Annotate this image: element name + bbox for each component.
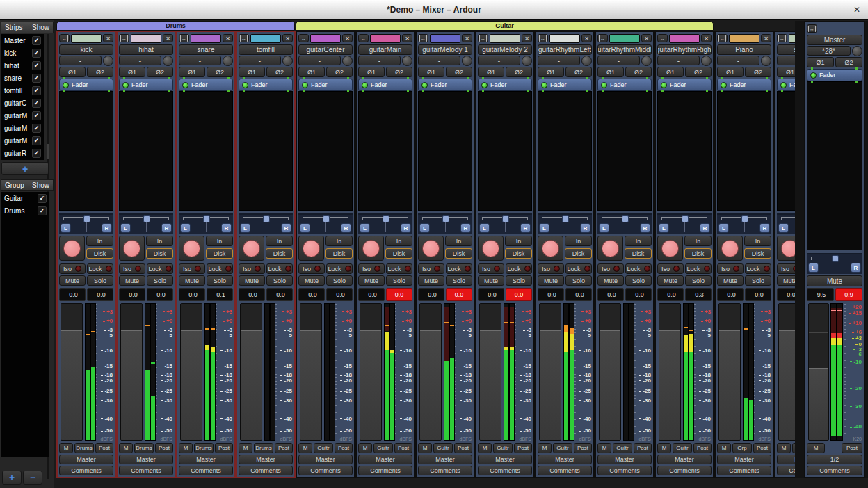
group-button[interactable]: Drums: [74, 443, 94, 453]
record-arm-button[interactable]: [657, 236, 683, 261]
group-button[interactable]: Drums: [134, 443, 154, 453]
trim-button[interactable]: -: [119, 56, 161, 65]
output-button[interactable]: Master: [478, 455, 532, 464]
strip-color-chip[interactable]: [729, 34, 760, 43]
window-close-icon[interactable]: ✕: [853, 5, 860, 15]
trim-knob[interactable]: [402, 56, 412, 66]
monitor-disk-button[interactable]: Disk: [445, 248, 472, 259]
visibility-checkbox[interactable]: ✓: [32, 74, 41, 83]
group-tab-guitar[interactable]: Guitar: [296, 21, 714, 31]
monitor-disk-button[interactable]: Disk: [146, 248, 173, 259]
strip-list-item[interactable]: guitarM✓: [1, 122, 44, 134]
monitor-section-button[interactable]: M: [358, 443, 372, 453]
monitor-input-button[interactable]: In: [505, 236, 532, 246]
monitor-input-button[interactable]: In: [385, 236, 412, 246]
phase2-button[interactable]: Ø2: [625, 67, 652, 77]
visibility-checkbox[interactable]: ✓: [32, 36, 41, 45]
trim-knob[interactable]: [462, 56, 472, 66]
monitor-disk-button[interactable]: Disk: [385, 248, 412, 259]
phase1-button[interactable]: Ø1: [119, 67, 145, 77]
gain-fader[interactable]: [659, 303, 681, 441]
gain-display[interactable]: -0.0: [597, 288, 624, 301]
processor-box[interactable]: [657, 91, 712, 211]
trim-button[interactable]: -: [358, 56, 401, 65]
trim-button[interactable]: -: [298, 56, 341, 65]
solo-lock-button[interactable]: Lock: [625, 263, 652, 274]
group-button[interactable]: Guitr: [673, 443, 692, 453]
solo-lock-button[interactable]: Lock: [87, 263, 113, 274]
monitor-disk-button[interactable]: Disk: [266, 248, 293, 259]
monitor-input-button[interactable]: In: [86, 236, 113, 246]
monitor-section-button[interactable]: M: [179, 443, 193, 453]
strip-width-icon[interactable]: ↔: [657, 34, 668, 42]
strip-width-icon[interactable]: ↔: [777, 34, 787, 42]
output-button[interactable]: Master: [179, 455, 233, 464]
solo-isolate-button[interactable]: Iso: [478, 263, 504, 274]
visibility-checkbox[interactable]: ✓: [32, 136, 41, 145]
gain-fader[interactable]: [300, 303, 322, 441]
pan-widget[interactable]: LR: [59, 213, 113, 234]
processor-box[interactable]: [418, 91, 472, 211]
pan-right-button[interactable]: R: [580, 223, 590, 233]
monitor-input-button[interactable]: In: [625, 236, 652, 246]
pan-left-button[interactable]: L: [120, 223, 131, 233]
strip-list-item[interactable]: Master✓: [1, 34, 44, 47]
gain-display[interactable]: -0.0: [717, 288, 744, 301]
pan-handle[interactable]: [682, 215, 689, 222]
gain-display[interactable]: -0.0: [298, 288, 325, 301]
visibility-checkbox[interactable]: ✓: [32, 124, 41, 133]
meter-point-button[interactable]: Post: [574, 443, 592, 453]
peak-display[interactable]: -0.1: [207, 288, 233, 301]
phase2-button[interactable]: Ø2: [745, 67, 771, 77]
record-arm-button[interactable]: [358, 236, 384, 261]
group-tab-drums[interactable]: Drums: [56, 21, 295, 31]
pan-left-button[interactable]: L: [659, 223, 669, 233]
meter-point-button[interactable]: Post: [215, 443, 233, 453]
fader-processor-button[interactable]: Fader: [657, 79, 712, 91]
strip-name-button[interactable]: snare: [179, 44, 233, 55]
gain-display[interactable]: -0.0: [239, 288, 265, 301]
fader-processor-button[interactable]: Fader: [179, 79, 233, 91]
monitor-section-button[interactable]: M: [777, 443, 791, 453]
phase2-button[interactable]: Ø2: [207, 67, 233, 77]
trim-knob[interactable]: [581, 56, 592, 66]
pan-left-button[interactable]: L: [599, 223, 609, 233]
strip-width-icon[interactable]: ↔: [538, 34, 548, 42]
mono-button[interactable]: 1/2: [807, 455, 862, 464]
phase1-button[interactable]: Ø1: [538, 67, 564, 77]
strip-width-icon[interactable]: ↔: [358, 34, 369, 42]
strip-width-icon[interactable]: ↔: [597, 34, 608, 42]
comments-button[interactable]: Comments: [807, 466, 862, 475]
pan-widget[interactable]: LR: [777, 213, 795, 234]
trim-button[interactable]: -: [239, 56, 281, 65]
solo-button[interactable]: Solo: [266, 275, 293, 286]
solo-button[interactable]: Solo: [147, 275, 173, 286]
fader-processor-button[interactable]: Fader: [777, 79, 795, 91]
pan-widget[interactable]: LR: [478, 213, 532, 234]
strip-width-icon[interactable]: ↔: [119, 34, 129, 42]
group-list-item[interactable]: Guitar✓: [1, 192, 49, 204]
strip-name-button[interactable]: Piano: [717, 44, 771, 55]
gain-display[interactable]: -0.0: [119, 288, 145, 301]
gain-fader[interactable]: [240, 303, 262, 441]
strip-list-item[interactable]: tomfill✓: [1, 84, 44, 97]
pan-widget[interactable]: LR: [538, 213, 592, 234]
record-arm-button[interactable]: [717, 236, 743, 261]
pan-handle[interactable]: [323, 215, 330, 222]
peak-display[interactable]: -0.0: [565, 288, 592, 301]
pan-right-button[interactable]: R: [161, 223, 172, 233]
monitor-disk-button[interactable]: Disk: [565, 248, 592, 259]
strip-list-item[interactable]: guitarM✓: [1, 109, 44, 122]
trim-button[interactable]: *28*: [807, 46, 851, 56]
mute-button[interactable]: Mute: [59, 275, 86, 286]
strip-width-icon[interactable]: ↔: [179, 34, 189, 42]
output-button[interactable]: Master: [538, 455, 592, 464]
pan-widget[interactable]: LR: [717, 213, 771, 234]
add-strip-button[interactable]: +: [1, 162, 49, 175]
phase1-button[interactable]: Ø1: [239, 67, 265, 77]
monitor-input-button[interactable]: In: [206, 236, 233, 246]
output-button[interactable]: Master: [298, 455, 353, 464]
strip-color-chip[interactable]: [609, 34, 640, 43]
pan-widget[interactable]: LR: [298, 213, 353, 234]
strip-color-chip[interactable]: [669, 34, 700, 43]
